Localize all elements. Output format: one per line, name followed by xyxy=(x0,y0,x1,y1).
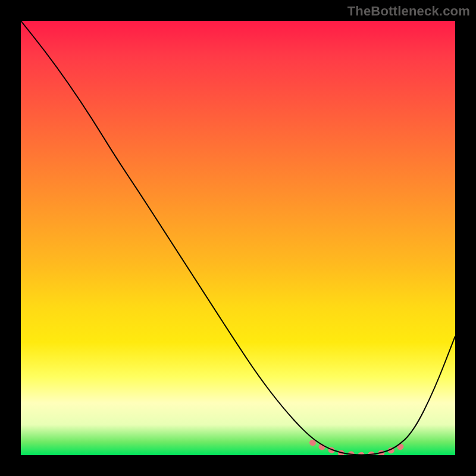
watermark-text: TheBottleneck.com xyxy=(347,4,470,19)
chart-svg xyxy=(21,21,455,455)
highlight-band xyxy=(312,443,408,455)
chart-container: TheBottleneck.com xyxy=(0,0,476,476)
plot-area xyxy=(21,21,455,455)
bottleneck-curve xyxy=(21,21,455,455)
